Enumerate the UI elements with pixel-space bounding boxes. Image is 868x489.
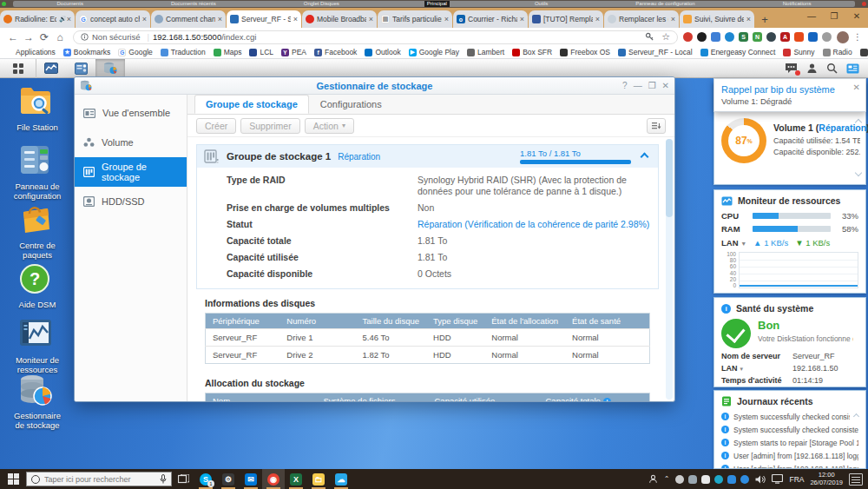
browser-tab[interactable]: ▤Tarifs particuliers×: [378, 10, 452, 28]
bookmark-item[interactable]: Outlook: [365, 48, 400, 56]
dsm-widgets-icon[interactable]: [846, 63, 859, 74]
table-row[interactable]: Serveur_RFDrive 21.82 ToHDDNormalNormal: [206, 347, 650, 364]
sidebar-item-volume[interactable]: Volume: [75, 128, 187, 157]
extension-icon[interactable]: [766, 32, 776, 42]
bookmark-item[interactable]: Lambert: [467, 48, 504, 56]
sidebar-item-overview[interactable]: Vue d'ensemble: [75, 98, 187, 128]
bookmark-item[interactable]: LCL: [249, 48, 273, 56]
browser-tab[interactable]: Mobile Broadband×: [302, 10, 377, 28]
extension-icon[interactable]: [822, 32, 832, 42]
extension-icon[interactable]: A: [780, 32, 790, 42]
table-header[interactable]: Capacité utilisée: [428, 393, 539, 402]
carousel-down-chevron[interactable]: [855, 169, 862, 176]
taskbar-app-skype[interactable]: S1: [194, 469, 217, 489]
table-header[interactable]: Système de fichiers: [317, 393, 428, 402]
bookmark-item[interactable]: Traduction: [161, 48, 206, 56]
taskbar-app-mail[interactable]: ✉: [240, 469, 262, 489]
bookmark-item[interactable]: GGoogle: [118, 48, 152, 56]
table-header[interactable]: Périphérique: [206, 314, 280, 329]
log-entry[interactable]: iSystem starts to repair [Storage Pool 1…: [714, 436, 865, 449]
pool-status-link[interactable]: Réparation: [338, 152, 380, 162]
dsm-task-storage-manager[interactable]: [95, 59, 125, 78]
taskbar-app-explorer[interactable]: 🗀: [307, 469, 330, 489]
toast-close-icon[interactable]: ✕: [853, 83, 860, 92]
taskbar-app-excel[interactable]: X: [285, 469, 307, 489]
storage-pool-header[interactable]: Groupe de stockage 1 Réparation 1.81 To …: [197, 145, 658, 168]
sidebar-item-pool[interactable]: Groupe de stockage: [75, 157, 187, 187]
log-entry[interactable]: iSystem successfully checked consistency…: [714, 423, 865, 436]
browser-tab[interactable]: [TUTO] Remplacer u×: [529, 10, 603, 28]
dsm-notifications-icon[interactable]: [785, 63, 798, 74]
back-button[interactable]: ←: [5, 30, 21, 45]
extension-icon[interactable]: [808, 32, 818, 42]
taskbar-search[interactable]: [26, 472, 172, 486]
bookmark-item[interactable]: ▶Google Play: [409, 48, 459, 56]
tray-dropbox-icon[interactable]: [688, 475, 697, 484]
tab-close-icon[interactable]: ×: [595, 15, 600, 23]
lan-row[interactable]: LAN ▼ ▲ 1 KB/s ▼ 1 KB/s: [714, 235, 865, 250]
network-display-icon[interactable]: [772, 474, 783, 484]
desktop-icon-package[interactable]: Centre de paquets: [9, 203, 66, 260]
table-header[interactable]: Numéro: [279, 314, 355, 329]
window-tab[interactable]: Groupe de stockage: [194, 95, 309, 114]
browser-tab[interactable]: oCourrier - Richard T×: [453, 10, 528, 28]
strip-item[interactable]: Outils: [532, 1, 550, 7]
bookmark-star-icon[interactable]: ☆: [661, 31, 670, 43]
bookmark-item[interactable]: fFacebook: [314, 48, 357, 56]
microphone-icon[interactable]: [160, 474, 167, 484]
browser-tab[interactable]: Comment changer×: [151, 10, 226, 28]
table-header[interactable]: Nom: [206, 393, 317, 402]
tray-teal-app-icon[interactable]: [714, 475, 723, 484]
close-button[interactable]: ✕: [845, 8, 868, 23]
tab-close-icon[interactable]: ×: [218, 15, 222, 23]
tab-close-icon[interactable]: ×: [671, 15, 675, 23]
strip-item[interactable]: Onglet Disques: [301, 1, 342, 7]
bookmark-item[interactable]: Serveur_RF - Local: [618, 48, 693, 56]
browser-tab[interactable]: Gconcept auto chart×: [76, 10, 150, 28]
action-center-icon[interactable]: [849, 473, 863, 486]
collapse-chevron-icon[interactable]: [641, 152, 649, 161]
new-tab-button[interactable]: +: [755, 10, 774, 28]
bookmark-item[interactable]: Box SFR: [512, 48, 552, 56]
strip-item[interactable]: Principal: [424, 1, 450, 7]
dsm-user-icon[interactable]: [806, 63, 818, 74]
dsm-task-control-panel[interactable]: [66, 59, 95, 78]
strip-item[interactable]: Documents récents: [168, 1, 219, 7]
extension-icon[interactable]: N: [753, 32, 762, 42]
sidebar-item-hdd[interactable]: HDD/SSD: [75, 187, 187, 216]
browser-tab[interactable]: Remplacer les disq×: [604, 10, 679, 28]
window-minimize-button[interactable]: —: [634, 81, 642, 91]
taskbar-clock[interactable]: 12:00 26/07/2019: [810, 472, 843, 486]
taskbar-app-settings[interactable]: ⚙: [217, 469, 240, 489]
extension-icon[interactable]: [794, 32, 804, 42]
extension-icon[interactable]: [711, 32, 720, 42]
desktop-icon-controlpanel[interactable]: Panneau de configuration: [9, 144, 66, 201]
tab-close-icon[interactable]: ×: [746, 15, 751, 23]
browser-tab[interactable]: Serveur_RF - Synolo×: [227, 10, 301, 28]
tray-share-icon[interactable]: [675, 475, 684, 484]
desktop-icon-storage[interactable]: Gestionnaire de stockage: [9, 373, 66, 430]
address-bar[interactable]: Non sécurisé | 192.168.1.50:5000 /index.…: [73, 30, 678, 44]
bookmark-item[interactable]: Energeasy Connect: [700, 48, 776, 56]
window-close-button[interactable]: ✕: [662, 81, 669, 91]
tab-close-icon[interactable]: ×: [142, 15, 147, 23]
task-view-button[interactable]: [172, 469, 194, 489]
extension-icon[interactable]: S: [739, 32, 748, 42]
window-maximize-button[interactable]: ❐: [648, 81, 656, 91]
bookmark-item[interactable]: Radio: [823, 48, 852, 56]
log-entry[interactable]: iUser [admin] from [192.168.1.118] logge…: [714, 449, 865, 462]
strip-item[interactable]: Notifications: [780, 1, 814, 7]
window-help-button[interactable]: ?: [622, 81, 628, 91]
dsm-main-menu-button[interactable]: [0, 59, 36, 78]
bookmark-item[interactable]: YPEA: [281, 48, 306, 56]
bookmark-item[interactable]: Maps: [214, 48, 242, 56]
minimize-button[interactable]: —: [800, 8, 823, 23]
toolbar-button-supprimer[interactable]: Supprimer: [240, 118, 299, 134]
log-entry[interactable]: iUser [admin] from [192.168.1.118] logge…: [714, 462, 865, 469]
speaker-icon[interactable]: [755, 475, 766, 484]
desktop-icon-monitor[interactable]: Moniteur de ressources: [9, 318, 66, 374]
info-icon[interactable]: i: [603, 398, 611, 401]
extension-icon[interactable]: [725, 32, 734, 42]
strip-item[interactable]: Documents: [55, 1, 86, 7]
tab-close-icon[interactable]: ×: [293, 15, 298, 23]
